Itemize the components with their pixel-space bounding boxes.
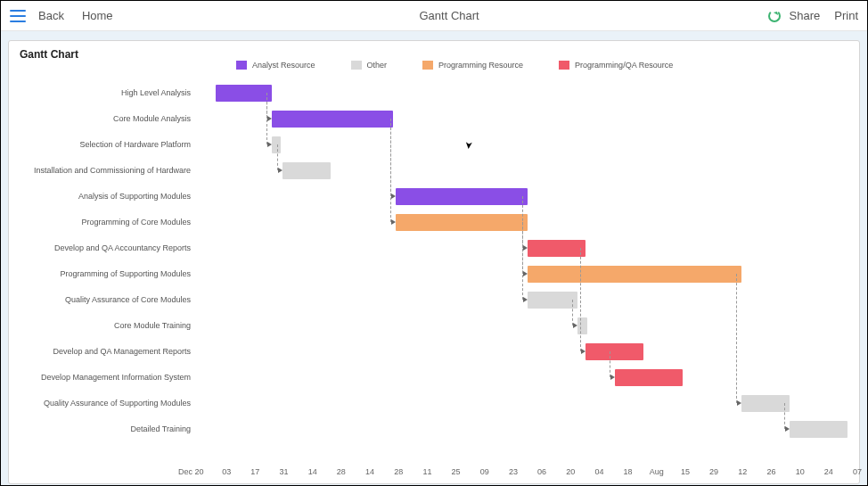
axis-tick: 28 — [337, 467, 346, 476]
legend-swatch — [559, 61, 569, 70]
print-button[interactable]: Print — [834, 9, 858, 22]
gantt-bar[interactable] — [528, 292, 577, 309]
legend-swatch — [236, 61, 247, 70]
back-button[interactable]: Back — [38, 9, 64, 22]
gantt-plot: Dec 20031731142814281125092306200418Aug1… — [198, 80, 848, 476]
axis-tick: 14 — [308, 467, 317, 476]
gantt-bar[interactable] — [741, 395, 790, 412]
task-label: Programming of Supporting Modules — [20, 261, 198, 287]
axis-tick: 14 — [365, 467, 374, 476]
axis-tick: 09 — [480, 467, 489, 476]
page-title: Gantt Chart — [131, 9, 768, 22]
chart-title: Gantt Chart — [20, 48, 848, 61]
task-label: High Level Analysis — [20, 80, 198, 106]
legend-item: Other — [351, 61, 388, 70]
task-label: Quality Assurance of Core Modules — [20, 287, 198, 313]
axis-tick: Dec 20 — [178, 467, 204, 476]
axis-tick: Aug — [650, 467, 664, 476]
axis-tick: 06 — [537, 467, 546, 476]
legend-label: Programming/QA Resource — [575, 61, 673, 70]
task-label: Core Module Training — [20, 313, 198, 339]
axis-tick: 31 — [280, 467, 289, 476]
task-label: Develop and QA Accountancy Reports — [20, 235, 198, 261]
legend-swatch — [422, 61, 433, 70]
gantt-bar[interactable] — [272, 111, 393, 128]
axis-tick: 28 — [394, 467, 403, 476]
gantt-bar[interactable] — [272, 136, 281, 153]
legend-item: Programming Resource — [422, 61, 523, 70]
axis-tick: 17 — [250, 467, 259, 476]
refresh-icon[interactable] — [768, 10, 781, 22]
task-label: Programming of Core Modules — [20, 210, 198, 235]
task-label: Selection of Hardware Platform — [20, 132, 198, 158]
gantt-bar[interactable] — [216, 85, 272, 102]
gantt-bar[interactable] — [585, 343, 643, 360]
legend-label: Other — [367, 61, 388, 70]
legend: Analyst ResourceOtherProgramming Resourc… — [236, 61, 673, 70]
gantt-bar[interactable] — [528, 266, 741, 283]
axis-tick: 26 — [766, 467, 775, 476]
axis-tick: 12 — [738, 467, 747, 476]
axis-tick: 20 — [566, 467, 575, 476]
legend-swatch — [351, 61, 362, 70]
task-label: Core Module Analysis — [20, 106, 198, 132]
cursor-icon: ➤ — [463, 140, 476, 149]
gantt-bar[interactable] — [396, 188, 528, 205]
axis-tick: 10 — [796, 467, 805, 476]
axis-tick: 25 — [452, 467, 461, 476]
gantt-bar[interactable] — [396, 214, 528, 231]
task-label: Develop Management Information System — [20, 365, 198, 391]
home-button[interactable]: Home — [82, 9, 113, 22]
share-button[interactable]: Share — [790, 9, 821, 22]
gantt-bar[interactable] — [615, 369, 683, 386]
task-label: Detailed Training — [20, 416, 198, 442]
task-label: Installation and Commissioning of Hardwa… — [20, 158, 198, 184]
axis-tick: 24 — [824, 467, 833, 476]
task-label: Analysis of Supporting Modules — [20, 184, 198, 210]
axis-tick: 18 — [624, 467, 633, 476]
axis-tick: 23 — [509, 467, 518, 476]
axis-tick: 03 — [222, 467, 231, 476]
task-label: Quality Assurance of Supporting Modules — [20, 391, 198, 416]
legend-label: Programming Resource — [438, 61, 523, 70]
gantt-bar[interactable] — [577, 317, 587, 334]
axis-tick: 29 — [709, 467, 718, 476]
task-labels: High Level AnalysisCore Module AnalysisS… — [20, 80, 198, 442]
gantt-bar[interactable] — [283, 162, 332, 179]
x-axis: Dec 20031731142814281125092306200418Aug1… — [198, 460, 848, 476]
hamburger-icon[interactable] — [10, 10, 26, 22]
axis-tick: 07 — [853, 467, 862, 476]
legend-item: Analyst Resource — [236, 61, 315, 70]
legend-label: Analyst Resource — [252, 61, 315, 70]
gantt-bar[interactable] — [528, 240, 585, 257]
legend-item: Programming/QA Resource — [559, 61, 673, 70]
topbar: Back Home Gantt Chart Share Print — [1, 1, 867, 31]
axis-tick: 04 — [594, 467, 603, 476]
task-label: Develop and QA Management Reports — [20, 339, 198, 365]
axis-tick: 15 — [681, 467, 690, 476]
gantt-bar[interactable] — [790, 421, 848, 438]
chart-card: Gantt Chart Analyst ResourceOtherProgram… — [8, 40, 860, 484]
axis-tick: 11 — [422, 467, 431, 476]
